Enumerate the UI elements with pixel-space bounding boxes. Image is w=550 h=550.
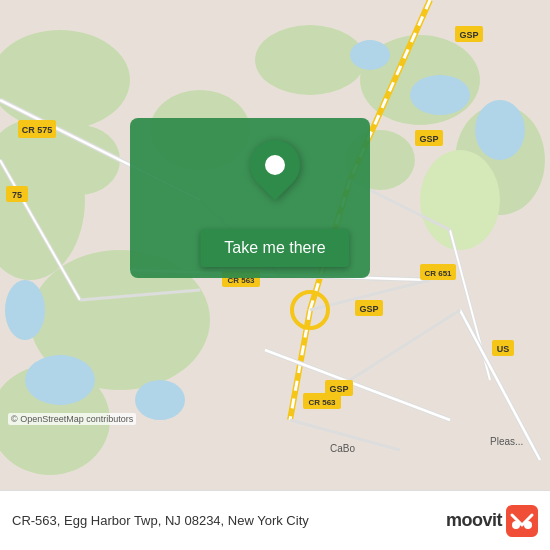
- address-text: CR-563, Egg Harbor Twp, NJ 08234, New Yo…: [12, 513, 446, 528]
- moovit-text: moovit: [446, 510, 502, 531]
- take-me-there-button[interactable]: Take me there: [200, 229, 349, 267]
- svg-text:GSP: GSP: [459, 30, 478, 40]
- svg-text:GSP: GSP: [359, 304, 378, 314]
- svg-text:CR 563: CR 563: [308, 398, 336, 407]
- osm-attribution: © OpenStreetMap contributors: [8, 413, 136, 425]
- svg-point-8: [255, 25, 365, 95]
- cabo-label: CaBo: [330, 443, 355, 454]
- moovit-icon: [506, 505, 538, 537]
- svg-text:CR 575: CR 575: [22, 125, 53, 135]
- map-view[interactable]: CR 575 75 CR 563 CR 563 CR 651 GSP GSP G…: [0, 0, 550, 490]
- svg-text:Pleas...: Pleas...: [490, 436, 523, 447]
- footer-bar: CR-563, Egg Harbor Twp, NJ 08234, New Yo…: [0, 490, 550, 550]
- svg-point-9: [420, 150, 500, 250]
- svg-point-17: [5, 280, 45, 340]
- svg-point-12: [410, 75, 470, 115]
- location-pin: [250, 140, 300, 190]
- svg-point-14: [350, 40, 390, 70]
- svg-point-15: [25, 355, 95, 405]
- moovit-logo: moovit: [446, 505, 538, 537]
- svg-text:CR 651: CR 651: [424, 269, 452, 278]
- svg-point-16: [135, 380, 185, 420]
- svg-text:US: US: [497, 344, 510, 354]
- svg-text:GSP: GSP: [419, 134, 438, 144]
- svg-text:75: 75: [12, 190, 22, 200]
- svg-text:GSP: GSP: [329, 384, 348, 394]
- svg-rect-64: [506, 505, 538, 537]
- svg-point-13: [475, 100, 525, 160]
